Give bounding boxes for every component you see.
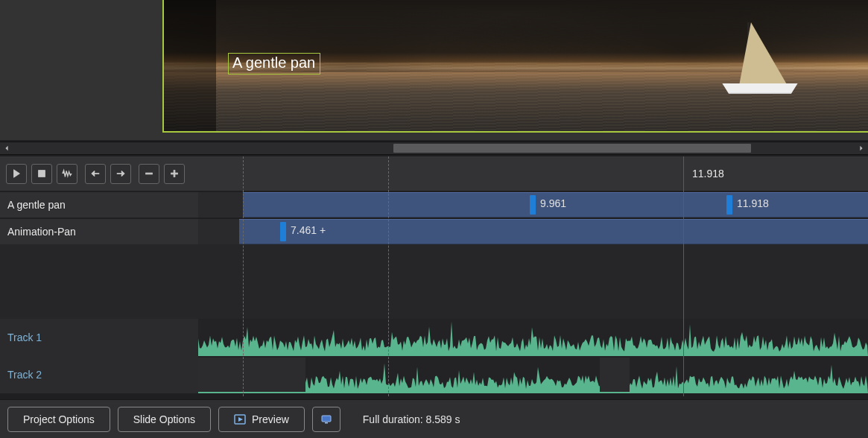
object-clip[interactable]: 9.96111.918 bbox=[243, 192, 868, 218]
svg-rect-6 bbox=[146, 173, 153, 174]
svg-rect-11 bbox=[322, 416, 331, 422]
caption-text-object[interactable]: A gentle pan bbox=[228, 53, 320, 74]
preview-side-panel bbox=[0, 0, 162, 133]
keyframe-time-label: 7.461 + bbox=[291, 224, 326, 236]
audio-track-label: Track 2 bbox=[0, 356, 198, 393]
scrollbar-track[interactable] bbox=[13, 142, 855, 154]
audio-empty-segment bbox=[198, 358, 305, 392]
zoom-out-button[interactable] bbox=[139, 164, 159, 184]
waveform-icon bbox=[198, 319, 868, 356]
audio-tracks-area: Track 1 Track 2 bbox=[0, 319, 868, 396]
preview-button[interactable]: Preview bbox=[218, 407, 305, 432]
audio-track-row: Track 2 bbox=[0, 356, 868, 393]
next-keyframe-button[interactable] bbox=[110, 164, 131, 184]
timeline-empty-area bbox=[0, 244, 868, 319]
svg-marker-1 bbox=[860, 146, 862, 150]
full-duration-label: Full duration: 8.589 s bbox=[363, 413, 460, 425]
slide-options-button[interactable]: Slide Options bbox=[118, 407, 211, 432]
keyframe-handle[interactable] bbox=[280, 222, 286, 241]
audio-track-lane[interactable] bbox=[198, 319, 868, 356]
bottom-bar: Project Options Slide Options Preview Fu… bbox=[0, 399, 868, 438]
scrollbar-thumb[interactable] bbox=[393, 144, 751, 153]
audio-empty-segment bbox=[600, 358, 630, 392]
animation-clip[interactable]: 7.461 + bbox=[239, 219, 868, 244]
animation-track-row: Animation-Pan 7.461 + bbox=[0, 219, 868, 244]
play-button[interactable] bbox=[6, 164, 27, 184]
preview-button-label: Preview bbox=[252, 413, 289, 425]
scroll-left-button[interactable] bbox=[0, 142, 13, 154]
svg-marker-10 bbox=[238, 417, 243, 422]
playhead-time-label: 11.918 bbox=[692, 168, 724, 180]
animation-track-lane[interactable]: 7.461 + bbox=[198, 219, 868, 244]
keyframe-handle[interactable] bbox=[530, 195, 536, 215]
object-track-lane[interactable]: 9.96111.918 bbox=[198, 192, 868, 218]
keyframe-handle[interactable] bbox=[726, 195, 732, 215]
svg-rect-8 bbox=[174, 171, 175, 177]
object-track-row: A gentle pan 9.96111.918 bbox=[0, 192, 868, 218]
preview-panel: A gentle pan bbox=[0, 0, 868, 140]
audio-track-row: Track 1 bbox=[0, 319, 868, 356]
horizontal-scrollbar[interactable] bbox=[0, 142, 868, 155]
preview-canvas[interactable]: A gentle pan bbox=[162, 0, 868, 133]
stop-button[interactable] bbox=[31, 164, 52, 184]
fullscreen-preview-button[interactable] bbox=[312, 407, 340, 432]
animation-track-label: Animation-Pan bbox=[0, 219, 198, 244]
zoom-in-button[interactable] bbox=[164, 164, 185, 184]
keyframe-time-label: 11.918 bbox=[737, 197, 769, 209]
svg-rect-12 bbox=[325, 422, 328, 424]
prev-keyframe-button[interactable] bbox=[85, 164, 106, 184]
keyframe-time-label: 9.961 bbox=[540, 197, 566, 209]
svg-marker-0 bbox=[5, 146, 7, 150]
project-options-button[interactable]: Project Options bbox=[7, 407, 110, 432]
svg-marker-2 bbox=[14, 170, 20, 178]
timeline-toolbar: 11.918 bbox=[0, 156, 868, 191]
waveform-toggle-button[interactable] bbox=[57, 164, 77, 184]
sailboat-graphic bbox=[712, 22, 801, 104]
monitor-icon bbox=[320, 413, 332, 425]
svg-rect-3 bbox=[39, 171, 45, 177]
scroll-right-button[interactable] bbox=[855, 142, 868, 154]
object-track-label: A gentle pan bbox=[0, 192, 198, 218]
audio-track-label: Track 1 bbox=[0, 319, 198, 356]
preview-icon bbox=[234, 413, 246, 425]
audio-track-lane[interactable] bbox=[198, 356, 868, 393]
